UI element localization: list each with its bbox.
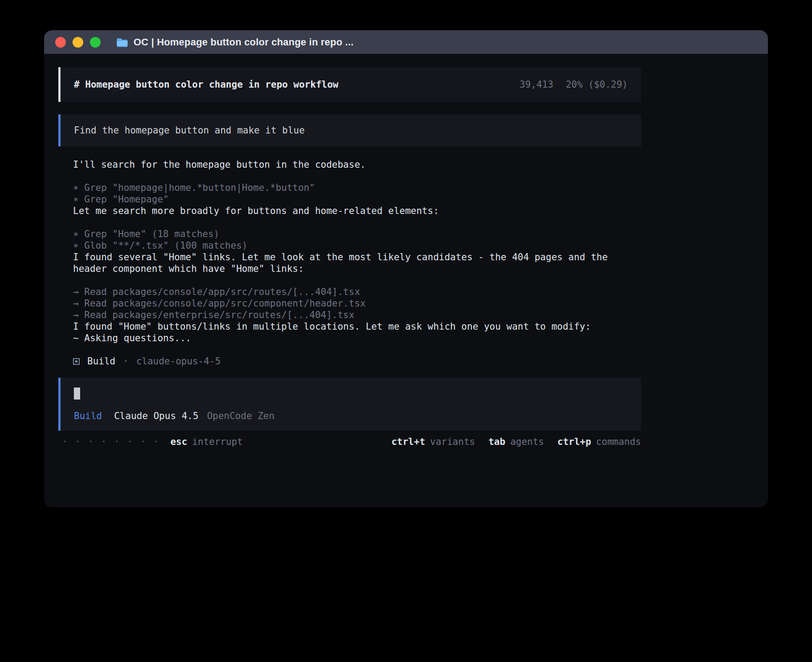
titlebar[interactable]: OC | Homepage button color change in rep… — [44, 30, 768, 54]
label-interrupt: interrupt — [192, 436, 243, 448]
minimize-button[interactable] — [73, 37, 83, 48]
provider-name: OpenCode Zen — [207, 410, 275, 422]
tool-call-grep: ∗ Grep "Home" (18 matches) — [73, 228, 641, 240]
traffic-lights — [55, 37, 107, 48]
tool-call-read: → Read packages/console/app/src/componen… — [73, 298, 641, 309]
tool-call-glob: ∗ Glob "**/*.tsx" (100 matches) — [73, 240, 641, 251]
agent-name: Build — [87, 355, 115, 367]
zoom-button[interactable] — [90, 37, 101, 48]
spinner-dots: · · · · · · · · — [62, 436, 160, 448]
close-button[interactable] — [55, 37, 66, 48]
label-commands: commands — [596, 436, 641, 448]
context-usage: 20% ($0.29) — [566, 79, 628, 90]
terminal-content: # Homepage button color change in repo w… — [44, 54, 768, 448]
tool-call-read: → Read packages/console/app/src/routes/[… — [73, 286, 641, 298]
assistant-text: I found several "Home" links. Let me loo… — [73, 251, 641, 274]
tool-call-grep: ∗ Grep "Homepage" — [73, 194, 641, 205]
assistant-text: I found "Home" buttons/links in multiple… — [73, 321, 641, 332]
session-stats: 39,413 20% ($0.29) — [520, 79, 628, 90]
token-count: 39,413 — [520, 79, 553, 90]
tool-call-group: ∗ Grep "Home" (18 matches) ∗ Glob "**/*.… — [73, 228, 641, 251]
tool-call-grep: ∗ Grep "homepage|home.*button|Home.*butt… — [73, 182, 641, 194]
tool-call-group: ∗ Grep "homepage|home.*button|Home.*butt… — [73, 182, 641, 205]
folder-icon — [116, 37, 128, 47]
tool-call-read: → Read packages/enterprise/src/routes/[.… — [73, 309, 641, 321]
assistant-text: I'll search for the homepage button in t… — [73, 159, 641, 170]
key-tab: tab — [488, 436, 505, 448]
agent-icon — [73, 358, 80, 365]
key-ctrl-t: ctrl+t — [391, 436, 425, 448]
user-message: Find the homepage button and make it blu… — [58, 114, 641, 146]
shortcut-interrupt: esc interrupt — [171, 436, 243, 448]
assistant-text: Let me search more broadly for buttons a… — [73, 205, 641, 217]
agent-mode-label[interactable]: Build — [74, 410, 102, 422]
agent-status-row: Build · claude-opus-4-5 — [73, 355, 641, 367]
terminal-window: OC | Homepage button color change in rep… — [44, 30, 768, 507]
status-text: ~ Asking questions... — [73, 332, 641, 344]
session-header: # Homepage button color change in repo w… — [58, 67, 641, 102]
model-name: Claude Opus 4.5 — [114, 410, 199, 422]
user-message-text: Find the homepage button and make it blu… — [74, 125, 304, 136]
shortcut-variants: ctrl+t variants — [391, 436, 475, 448]
session-title: # Homepage button color change in repo w… — [74, 79, 338, 90]
label-agents: agents — [510, 436, 544, 448]
model-id: claude-opus-4-5 — [136, 355, 221, 367]
label-variants: variants — [430, 436, 475, 448]
text-cursor — [74, 388, 80, 400]
shortcut-agents: tab agents — [488, 436, 544, 448]
shortcut-commands: ctrl+p commands — [557, 436, 641, 448]
tool-call-group: → Read packages/console/app/src/routes/[… — [73, 286, 641, 321]
prompt-input[interactable]: Build Claude Opus 4.5 OpenCode Zen — [58, 378, 641, 431]
separator-dot: · — [123, 355, 129, 367]
input-meta: Build Claude Opus 4.5 OpenCode Zen — [74, 410, 628, 422]
key-ctrl-p: ctrl+p — [557, 436, 591, 448]
key-esc: esc — [171, 436, 187, 448]
window-title: OC | Homepage button color change in rep… — [134, 36, 353, 48]
shortcut-hints: ctrl+t variants tab agents ctrl+p comman… — [391, 436, 641, 448]
status-bar: · · · · · · · · esc interrupt ctrl+t var… — [58, 436, 641, 448]
transcript: I'll search for the homepage button in t… — [58, 146, 641, 367]
